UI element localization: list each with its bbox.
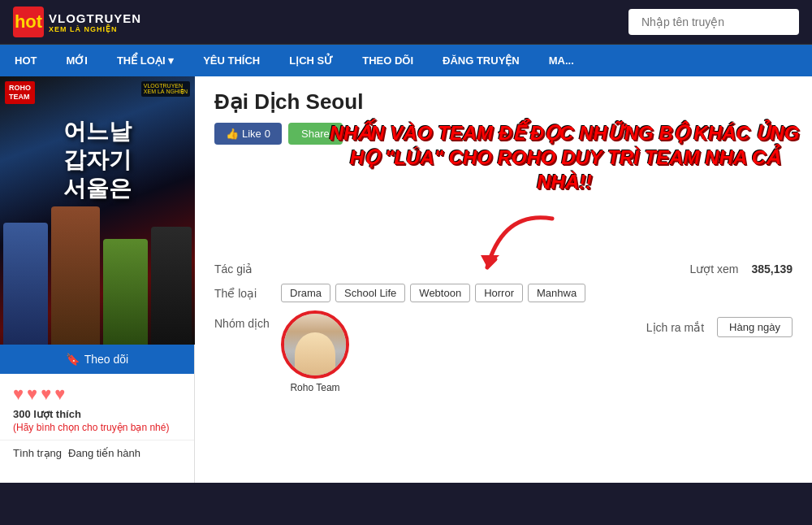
search-input[interactable] [628, 9, 799, 35]
heart-icon-2: ♥ [27, 384, 37, 405]
like-label: Like [242, 128, 261, 140]
like-count: 0 [265, 128, 270, 140]
cover-characters [0, 182, 195, 345]
nav-item-lich-su[interactable]: LỊCH SỬ [274, 45, 348, 76]
nav-item-yeu-thich[interactable]: YÊU THÍCH [188, 45, 274, 76]
nhom-dich-label: Nhóm dịch [214, 310, 271, 330]
vlog-watermark: VLOGTRUYENXEM LÀ NGHIỆN [141, 81, 190, 97]
group-name: Roho Team [290, 382, 339, 393]
nav-item-hot[interactable]: HOT [0, 45, 51, 76]
info-row-nhom-dich: Nhóm dịch Roho Team Lịch ra mắt Hàng ngà… [214, 310, 793, 393]
tag-manhwa[interactable]: Manhwa [528, 284, 585, 302]
heart-icon-3: ♥ [41, 384, 51, 405]
header: hot VLOGTRUYEN XEM LÀ NGHIỆN [0, 0, 812, 45]
follow-button[interactable]: 🔖 Theo dõi [0, 345, 194, 374]
tag-school-life[interactable]: School Life [335, 284, 405, 302]
logo-v-icon: hot [13, 7, 44, 37]
tag-drama[interactable]: Drama [281, 284, 330, 302]
tac-gia-label: Tác giả [214, 262, 271, 276]
logo-title: VLOGTRUYEN [49, 11, 141, 25]
avatar [284, 312, 346, 377]
luot-xem-value: 385,139 [751, 262, 793, 276]
group-container[interactable]: Roho Team [281, 310, 349, 393]
info-row-tac-gia: Tác giả Lượt xem 385,139 [214, 262, 793, 276]
logo-text: VLOGTRUYEN XEM LÀ NGHIỆN [49, 11, 141, 33]
left-panel: ROHOTEAM VLOGTRUYENXEM LÀ NGHIỆN 어느날갑자기서… [0, 76, 195, 483]
lich-ra-mat-label: Lịch ra mắt [646, 321, 704, 334]
tags-container: Drama School Life Webtoon Horror Manhwa [281, 284, 585, 302]
hearts-row: ♥ ♥ ♥ ♥ [0, 374, 194, 408]
info-row-the-loai: Thể loại Drama School Life Webtoon Horro… [214, 284, 793, 302]
nav-item-theo-doi[interactable]: THEO DÕI [348, 45, 428, 76]
thumbs-up-icon: 👍 [226, 128, 239, 140]
tinh-trang-label: Tình trạng [13, 447, 62, 459]
cover-korean-text: 어느날갑자기서울은 [0, 117, 195, 202]
main-nav: HOT MỚI THỂ LOẠI ▾ YÊU THÍCH LỊCH SỬ THE… [0, 45, 812, 76]
tag-horror[interactable]: Horror [475, 284, 523, 302]
heart-icon-1: ♥ [13, 384, 24, 405]
heart-icon-4: ♥ [54, 384, 65, 405]
likes-hint: (Hãy bình chọn cho truyện bạn nhé) [0, 422, 194, 440]
share-button[interactable]: Share [288, 123, 343, 145]
like-button[interactable]: 👍 Like 0 [214, 123, 282, 145]
the-loai-label: Thể loại [214, 287, 271, 300]
manga-cover[interactable]: ROHOTEAM VLOGTRUYENXEM LÀ NGHIỆN 어느날갑자기서… [0, 76, 195, 345]
tinh-trang-value: Đang tiến hành [68, 447, 140, 459]
status-row: Tình trạng Đang tiến hành [0, 440, 194, 466]
main-content: ROHOTEAM VLOGTRUYENXEM LÀ NGHIỆN 어느날갑자기서… [0, 76, 812, 483]
tag-webtoon[interactable]: Webtoon [410, 284, 470, 302]
action-buttons: 👍 Like 0 Share [214, 123, 793, 145]
group-circle-border [281, 310, 349, 379]
luot-xem-label: Lượt xem [689, 262, 738, 276]
nav-item-moi[interactable]: MỚI [51, 45, 102, 76]
nav-item-dang-truyen[interactable]: ĐĂNG TRUYỆN [428, 45, 534, 76]
nav-item-the-loai[interactable]: THỂ LOẠI ▾ [102, 45, 188, 76]
logo-subtitle: XEM LÀ NGHIỆN [49, 25, 141, 33]
info-section: Tác giả Lượt xem 385,139 Thể loại Drama … [214, 262, 793, 393]
roho-badge: ROHOTEAM [5, 81, 35, 104]
follow-label: Theo dõi [84, 353, 128, 366]
right-panel: Đại Dịch Seoul 👍 Like 0 Share NHẤN VÀO T… [195, 76, 812, 483]
logo[interactable]: hot VLOGTRUYEN XEM LÀ NGHIỆN [13, 7, 141, 37]
bookmark-icon: 🔖 [66, 353, 80, 366]
nav-item-ma[interactable]: MA... [534, 45, 589, 76]
likes-count: 300 lượt thích [0, 408, 194, 422]
manga-title: Đại Dịch Seoul [214, 89, 793, 115]
lich-ra-mat-value: Hàng ngày [717, 317, 793, 337]
